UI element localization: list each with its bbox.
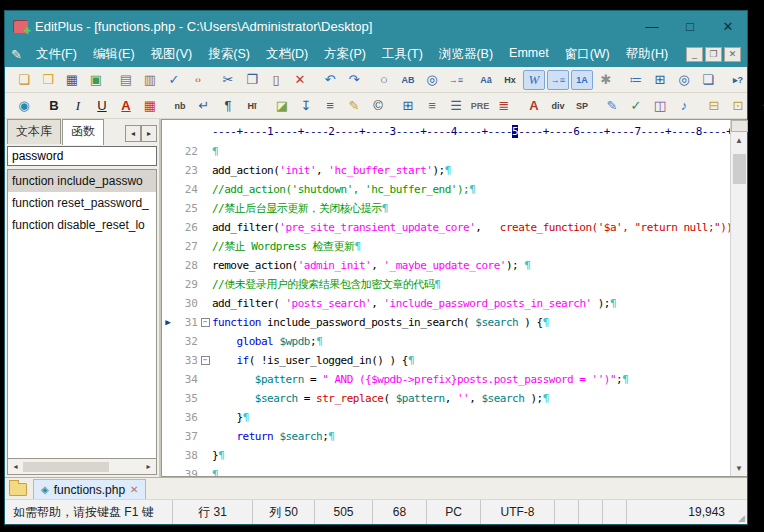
paste-icon[interactable]: ▯ <box>265 70 287 90</box>
browser-preview-icon[interactable]: ◎ <box>673 70 695 90</box>
tab-scroll-left-icon[interactable]: ◂ <box>125 125 141 142</box>
convert-case-icon[interactable]: Aā <box>475 70 497 90</box>
scroll-thumb[interactable] <box>733 154 746 184</box>
document-tab-functions-php[interactable]: ◈ functions.php ✕ <box>33 479 146 499</box>
paragraph-tag-icon[interactable]: ¶ <box>217 96 239 116</box>
underline-tag-icon[interactable]: U <box>91 96 113 116</box>
minimize-button[interactable]: — <box>633 11 671 41</box>
copy-icon[interactable]: ❐ <box>241 70 263 90</box>
mdi-close-button[interactable]: ✕ <box>724 47 741 62</box>
fold-collapse-icon[interactable]: − <box>201 318 210 327</box>
form-tag-icon[interactable]: ⊟ <box>703 96 725 116</box>
menu-tools[interactable]: 工具(T) <box>374 43 431 66</box>
span-tag-icon[interactable]: SP <box>571 96 593 116</box>
highlight-tag-icon[interactable]: ✎ <box>343 96 365 116</box>
menu-browser[interactable]: 浏览器(B) <box>431 43 501 66</box>
save-all-icon[interactable]: ▣ <box>85 70 107 90</box>
open-browser-window-icon[interactable]: ❏ <box>697 70 719 90</box>
bold-tag-icon[interactable]: B <box>43 96 65 116</box>
heading-tag-icon[interactable]: Hī <box>241 96 263 116</box>
font-color-tag-icon[interactable]: A <box>115 96 137 116</box>
special-char-tag-icon[interactable]: © <box>367 96 389 116</box>
scroll-up-icon[interactable]: ▲ <box>731 132 747 148</box>
find-in-files-icon[interactable]: ◎ <box>421 70 443 90</box>
cut-icon[interactable]: ✂ <box>217 70 239 90</box>
sidebar-tab-文本库[interactable]: 文本库 <box>7 119 61 144</box>
print-icon[interactable]: ▥ <box>139 70 161 90</box>
quick-edit-icon[interactable]: ✎ <box>601 96 623 116</box>
menu-search[interactable]: 搜索(S) <box>200 43 258 66</box>
save-file-icon[interactable]: ▦ <box>61 70 83 90</box>
menu-document[interactable]: 文档(D) <box>258 43 316 66</box>
print-preview-icon[interactable]: ▤ <box>115 70 137 90</box>
table-tag-icon[interactable]: ⊞ <box>397 96 419 116</box>
scroll-down-icon[interactable]: ▼ <box>731 460 747 476</box>
line-break-tag-icon[interactable]: ↵ <box>193 96 215 116</box>
hex-viewer-icon[interactable]: Hx <box>499 70 521 90</box>
close-button[interactable]: ✕ <box>709 11 747 41</box>
line-numbers-icon[interactable]: 1A <box>571 70 593 90</box>
tab-scroll-right-icon[interactable]: ▸ <box>141 125 157 142</box>
menu-project[interactable]: 方案(P) <box>316 43 374 66</box>
function-list-item[interactable]: function reset_password_ <box>8 192 156 214</box>
function-list-item[interactable]: function disable_reset_lo <box>8 214 156 236</box>
browser-icon[interactable]: ◉ <box>13 96 35 116</box>
function-list-item[interactable]: function include_passwo <box>8 170 156 192</box>
menu-emmet[interactable]: Emmet <box>501 43 557 66</box>
mdi-restore-button[interactable]: ❐ <box>705 47 722 62</box>
menu-help[interactable]: 帮助(H) <box>618 43 676 66</box>
div-tag-icon[interactable]: div <box>547 96 569 116</box>
menu-view[interactable]: 视图(V) <box>143 43 201 66</box>
menu-window[interactable]: 窗口(W) <box>557 43 618 66</box>
undo-icon[interactable]: ↶ <box>319 70 341 90</box>
italic-tag-icon[interactable]: I <box>67 96 89 116</box>
color-picker-icon[interactable]: ❖ <box>757 96 764 116</box>
pre-tag-icon[interactable]: PRE <box>469 96 491 116</box>
find-icon[interactable]: ○ <box>373 70 395 90</box>
form-elements-icon[interactable]: ⊡ <box>727 96 749 116</box>
video-tag-icon[interactable]: ◫ <box>649 96 671 116</box>
preferences-icon[interactable]: ✱ <box>595 70 617 90</box>
word-wrap-icon[interactable]: W <box>523 70 545 90</box>
code-view[interactable]: 22¶23add_action('init', 'hc_buffer_start… <box>162 142 730 476</box>
hr-tag-icon[interactable]: ≡ <box>319 96 341 116</box>
scroll-left-icon[interactable]: ◂ <box>8 459 23 474</box>
split-handle[interactable] <box>731 120 748 132</box>
folder-icon[interactable] <box>9 483 27 496</box>
document-list-icon[interactable]: ≔ <box>625 70 647 90</box>
html-source-icon[interactable]: ‹› <box>187 70 209 90</box>
script-tag-icon[interactable]: ✓ <box>625 96 647 116</box>
fold-collapse-icon[interactable]: − <box>201 356 210 365</box>
anchor-tag-icon[interactable]: ↧ <box>295 96 317 116</box>
menu-edit[interactable]: 编辑(E) <box>85 43 143 66</box>
list-tag-icon[interactable]: ≣ <box>493 96 515 116</box>
menu-file[interactable]: 文件(F) <box>28 43 85 66</box>
auto-indent-icon[interactable]: →≡ <box>547 70 569 90</box>
nbsp-tag-icon[interactable]: nb <box>169 96 191 116</box>
context-help-icon[interactable]: ▸? <box>727 70 749 90</box>
delete-icon[interactable]: ✕ <box>289 70 311 90</box>
align-center-tag-icon[interactable]: ☰ <box>445 96 467 116</box>
goto-line-icon[interactable]: →≡ <box>445 70 467 90</box>
function-filter-input[interactable] <box>7 146 157 166</box>
font-tag-icon[interactable]: A <box>523 96 545 116</box>
image-tag-icon[interactable]: ◪ <box>271 96 293 116</box>
file-manager-icon[interactable]: ⊞ <box>649 70 671 90</box>
fold-column[interactable]: − <box>198 351 212 370</box>
fold-column[interactable]: − <box>198 313 212 332</box>
editor-vscrollbar[interactable]: ▲ ▼ <box>730 120 747 476</box>
spell-check-icon[interactable]: ✓ <box>163 70 185 90</box>
scroll-right-icon[interactable]: ▸ <box>141 459 156 474</box>
maximize-button[interactable]: □ <box>671 11 709 41</box>
tab-close-icon[interactable]: ✕ <box>130 484 138 495</box>
replace-icon[interactable]: AB <box>397 70 419 90</box>
scroll-thumb[interactable] <box>23 462 109 472</box>
redo-icon[interactable]: ↷ <box>343 70 365 90</box>
color-palette-icon[interactable]: ▦ <box>139 96 161 116</box>
sidebar-tab-函数[interactable]: 函数 <box>62 119 104 145</box>
open-file-icon[interactable]: ❒ <box>37 70 59 90</box>
audio-tag-icon[interactable]: ♪ <box>673 96 695 116</box>
sidebar-hscrollbar[interactable]: ◂ ▸ <box>7 459 157 475</box>
align-left-tag-icon[interactable]: ≡ <box>421 96 443 116</box>
mdi-minimize-button[interactable]: _ <box>686 47 703 62</box>
